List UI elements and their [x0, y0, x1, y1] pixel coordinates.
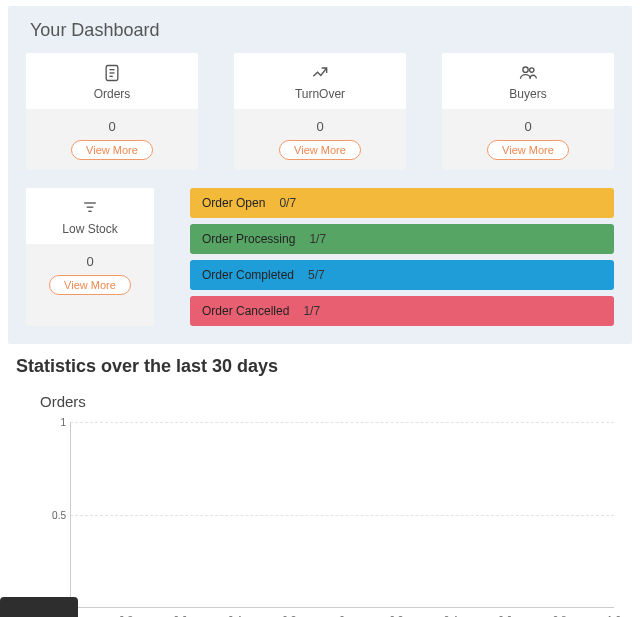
stat-card-head: TurnOver: [234, 53, 406, 109]
y-tick: 0.5: [46, 510, 66, 521]
stat-card-orders: Orders 0 View More: [26, 53, 198, 170]
stat-card-head: Orders: [26, 53, 198, 109]
svg-point-5: [530, 68, 534, 72]
stat-label: Orders: [26, 87, 198, 101]
filter-icon: [26, 198, 154, 218]
orders-icon: [26, 63, 198, 83]
chart-title: Orders: [40, 393, 624, 410]
status-count: 1/7: [309, 232, 326, 246]
status-bar-open[interactable]: Order Open 0/7: [190, 188, 614, 218]
status-bar-processing[interactable]: Order Processing 1/7: [190, 224, 614, 254]
stat-label: TurnOver: [234, 87, 406, 101]
status-label: Order Open: [202, 196, 265, 210]
stat-card-turnover: TurnOver 0 View More: [234, 53, 406, 170]
stat-card-buyers: Buyers 0 View More: [442, 53, 614, 170]
status-count: 0/7: [279, 196, 296, 210]
orders-chart: Orders 1 0.5 0 -1.0 -0.8 -0.6 -0.4 -0.2 …: [16, 393, 624, 617]
plot-area: [70, 422, 614, 608]
view-more-button[interactable]: View More: [487, 140, 569, 160]
chart-canvas: 1 0.5 0 -1.0 -0.8 -0.6 -0.4 -0.2 0 0.2 0…: [46, 416, 614, 617]
stat-row-top: Orders 0 View More TurnOver 0 View More …: [26, 53, 614, 170]
stat-value: 0: [442, 119, 614, 134]
status-label: Order Processing: [202, 232, 295, 246]
status-label: Order Completed: [202, 268, 294, 282]
stat-card-low-stock: Low Stock 0 View More: [26, 188, 154, 326]
stat-value: 0: [26, 254, 154, 269]
x-axis: -1.0 -0.8 -0.6 -0.4 -0.2 0 0.2 0.4 0.6 0…: [70, 612, 614, 617]
view-more-button[interactable]: View More: [49, 275, 131, 295]
stat-card-head: Low Stock: [26, 188, 154, 244]
status-bar-completed[interactable]: Order Completed 5/7: [190, 260, 614, 290]
order-status-column: Order Open 0/7 Order Processing 1/7 Orde…: [190, 188, 614, 326]
trend-up-icon: [234, 63, 406, 83]
stat-card-head: Buyers: [442, 53, 614, 109]
bottom-widget[interactable]: [0, 597, 78, 617]
view-more-button[interactable]: View More: [71, 140, 153, 160]
users-icon: [442, 63, 614, 83]
stat-value: 0: [26, 119, 198, 134]
statistics-title: Statistics over the last 30 days: [16, 356, 640, 377]
stat-label: Buyers: [442, 87, 614, 101]
dashboard-panel: Your Dashboard Orders 0 View More TurnOv…: [8, 6, 632, 344]
stat-value: 0: [234, 119, 406, 134]
view-more-button[interactable]: View More: [279, 140, 361, 160]
status-bar-cancelled[interactable]: Order Cancelled 1/7: [190, 296, 614, 326]
stat-row-bottom: Low Stock 0 View More Order Open 0/7 Ord…: [26, 188, 614, 326]
status-label: Order Cancelled: [202, 304, 289, 318]
status-count: 1/7: [303, 304, 320, 318]
dashboard-title: Your Dashboard: [30, 20, 614, 41]
stat-label: Low Stock: [26, 222, 154, 236]
svg-point-4: [523, 67, 528, 72]
y-tick: 1: [46, 417, 66, 428]
status-count: 5/7: [308, 268, 325, 282]
